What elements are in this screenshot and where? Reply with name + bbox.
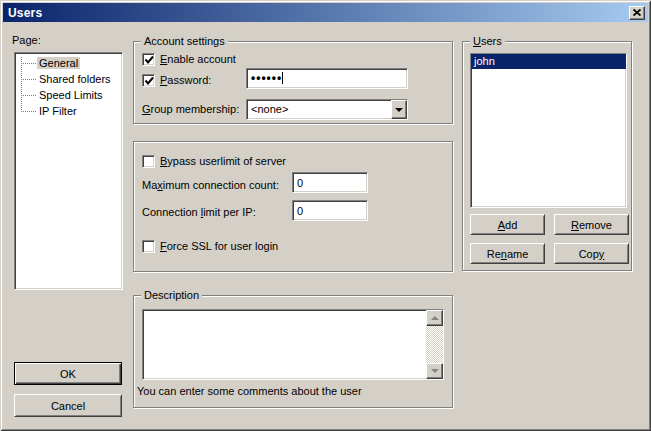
max-connection-count-label: Maximum connection count: <box>142 179 279 192</box>
tree-line <box>21 57 22 112</box>
description-title: Description <box>141 289 202 302</box>
users-listbox[interactable]: john <box>470 53 627 208</box>
password-input[interactable]: •••••• <box>246 68 408 89</box>
tree-line <box>21 79 36 80</box>
tree-line <box>21 95 36 96</box>
arrow-down-icon <box>431 369 439 377</box>
description-hint: You can enter some comments about the us… <box>137 385 362 398</box>
tree-item-ip-filter[interactable]: IP Filter <box>37 103 79 119</box>
tree-line <box>21 63 36 64</box>
scroll-up-button[interactable] <box>426 310 443 326</box>
group-membership-value: <none> <box>251 103 288 115</box>
rename-button[interactable]: Rename <box>470 243 545 264</box>
account-settings-group: Account settings Enable account Password… <box>133 41 453 124</box>
add-button[interactable]: Add <box>470 214 545 235</box>
password-label: Password: <box>160 74 211 87</box>
bypass-userlimit-label: Bypass userlimit of server <box>160 155 286 168</box>
check-icon <box>144 76 155 87</box>
remove-button[interactable]: Remove <box>554 214 629 235</box>
users-group: Users john Add Remove Rename Copy <box>462 41 632 271</box>
close-button[interactable] <box>629 6 645 20</box>
group-membership-select[interactable]: <none> <box>246 99 408 120</box>
cancel-button[interactable]: Cancel <box>14 394 122 417</box>
ok-button[interactable]: OK <box>14 362 122 385</box>
copy-button[interactable]: Copy <box>554 243 629 264</box>
user-list-item-john[interactable]: john <box>471 54 626 69</box>
users-group-title: Users <box>470 35 505 48</box>
page-label: Page: <box>12 34 41 47</box>
password-checkbox[interactable] <box>142 74 155 87</box>
users-dialog: Users Page: General Shared folders Speed… <box>0 0 651 431</box>
limits-group: Bypass userlimit of server Maximum conne… <box>133 141 453 272</box>
scrollbar-track[interactable] <box>426 326 443 363</box>
description-textarea[interactable] <box>142 309 444 380</box>
enable-account-label: Enable account <box>160 53 236 66</box>
max-connection-count-input[interactable] <box>292 172 368 193</box>
connection-limit-per-ip-input[interactable] <box>292 200 368 221</box>
tree-line <box>21 111 36 112</box>
force-ssl-label: Force SSL for user login <box>160 240 278 253</box>
combo-dropdown-button[interactable] <box>391 100 407 119</box>
connection-limit-per-ip-label: Connection limit per IP: <box>142 206 256 219</box>
force-ssl-checkbox[interactable] <box>142 240 155 253</box>
window-title: Users <box>3 6 42 20</box>
tree-item-shared-folders[interactable]: Shared folders <box>37 71 113 87</box>
titlebar[interactable]: Users <box>3 3 648 22</box>
check-icon <box>144 55 155 66</box>
tree-item-general[interactable]: General <box>37 55 80 71</box>
tree-item-speed-limits[interactable]: Speed Limits <box>37 87 105 103</box>
enable-account-checkbox[interactable] <box>142 53 155 66</box>
text-caret <box>282 72 283 84</box>
scroll-down-button[interactable] <box>426 363 443 379</box>
close-icon <box>633 9 641 16</box>
chevron-down-icon <box>395 108 403 116</box>
group-membership-label: Group membership: <box>142 103 239 116</box>
description-scrollbar[interactable] <box>426 310 443 379</box>
account-settings-title: Account settings <box>141 35 228 48</box>
arrow-up-icon <box>431 312 439 320</box>
bypass-userlimit-checkbox[interactable] <box>142 155 155 168</box>
description-group: Description You can enter some comments … <box>133 295 453 408</box>
page-tree[interactable]: General Shared folders Speed Limits IP F… <box>14 52 123 290</box>
